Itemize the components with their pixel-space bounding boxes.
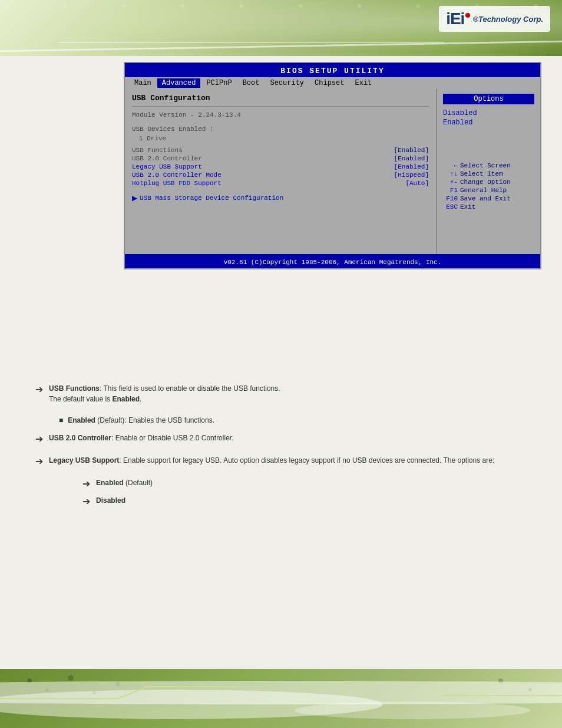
bios-nav-row: Main Advanced PCIPnP Boot Security Chips… xyxy=(125,77,540,89)
usb-devices-value: 1 Drive xyxy=(132,135,429,142)
menu-item-legacy-usb[interactable]: Legacy USB Support [Enabled] xyxy=(132,163,429,170)
arrow-item-1: ➔ USB Functions: This field is used to e… xyxy=(35,383,538,404)
nav-tab-security[interactable]: Security xyxy=(265,78,309,88)
section-title: USB Configuration xyxy=(132,94,429,103)
sub-arrow-text-1: Enabled (Default) xyxy=(96,477,153,488)
nav-tab-exit[interactable]: Exit xyxy=(350,78,376,88)
usb-devices-label: USB Devices Enabled : xyxy=(132,126,429,133)
bullet-1: ■ xyxy=(59,416,63,424)
key-select-screen: ← Select Screen xyxy=(443,162,534,169)
key-select-item: ↑↓ Select Item xyxy=(443,170,534,177)
usb20-controller-label: USB 2.0 Controller xyxy=(132,155,202,162)
usb-functions-value: [Enabled] xyxy=(394,147,429,154)
legacy-usb-value: [Enabled] xyxy=(394,163,429,170)
nav-tab-chipset[interactable]: Chipset xyxy=(310,78,349,88)
menu-item-usb20-controller[interactable]: USB 2.0 Controller [Enabled] xyxy=(132,155,429,162)
sub-arrow-1: ➔ Enabled (Default) xyxy=(82,477,538,489)
nav-tab-pcipnp[interactable]: PCIPnP xyxy=(201,78,236,88)
menu-item-hotplug-fdd[interactable]: Hotplug USB FDD Support [Auto] xyxy=(132,180,429,187)
option-enabled[interactable]: Enabled xyxy=(443,118,534,127)
keybindings: ← Select Screen ↑↓ Select Item +- Change… xyxy=(443,162,534,210)
key-esc: ESC Exit xyxy=(443,203,534,210)
key-select-item-label: Select Item xyxy=(460,170,503,177)
key-updown: ↑↓ xyxy=(443,170,458,177)
bios-left-panel: USB Configuration Module Version - 2.24.… xyxy=(125,89,437,254)
key-esc-key: ESC xyxy=(443,203,458,210)
usb20-mode-value: [HiSpeed] xyxy=(394,172,429,179)
key-change-option-label: Change Option xyxy=(460,179,511,186)
menu-item-usb20-mode[interactable]: USB 2.0 Controller Mode [HiSpeed] xyxy=(132,172,429,179)
key-plusminus: +- xyxy=(443,179,458,186)
bottom-footer xyxy=(0,669,562,728)
options-title: Options xyxy=(443,94,534,104)
hotplug-fdd-value: [Auto] xyxy=(405,180,429,187)
logo-dot xyxy=(465,13,470,18)
legacy-usb-label: Legacy USB Support xyxy=(132,163,202,170)
svg-point-1 xyxy=(295,701,530,719)
arrow-1: ➔ xyxy=(35,384,43,395)
sub-arrow-2: ➔ Disabled xyxy=(82,495,538,507)
arrow-text-1: USB Functions: This field is used to ena… xyxy=(49,383,280,404)
svg-point-7 xyxy=(498,678,503,683)
arrow-text-3: Legacy USB Support: Enable support for l… xyxy=(49,455,494,466)
footer-text: v02.61 (C)Copyright 1985-2006, American … xyxy=(224,259,442,266)
key-save-exit-label: Save and Exit xyxy=(460,195,511,202)
usb-functions-label: USB Functions xyxy=(132,147,183,154)
bullet-text-1: Enabled (Default): Enables the USB funct… xyxy=(68,415,214,426)
svg-point-2 xyxy=(27,678,32,683)
bios-title-bar: BIOS SETUP UTILITY xyxy=(125,63,540,77)
section-divider xyxy=(132,106,429,107)
arrow-item-2: ➔ USB 2.0 Controller: Enable or Disable … xyxy=(35,433,538,444)
usb-mass-storage-submenu[interactable]: ▶ USB Mass Storage Device Configuration xyxy=(132,194,429,202)
arrow-text-2: USB 2.0 Controller: Enable or Disable US… xyxy=(49,433,233,443)
logo-area: iEi ®Technology Corp. xyxy=(439,6,550,32)
sub-arrow-sym-1: ➔ xyxy=(82,478,90,489)
top-header: iEi ®Technology Corp. xyxy=(0,0,562,56)
svg-line-10 xyxy=(118,687,147,699)
content-body: ➔ USB Functions: This field is used to e… xyxy=(35,383,538,513)
bios-title: BIOS SETUP UTILITY xyxy=(280,67,384,75)
key-esc-label: Exit xyxy=(460,203,475,210)
nav-tab-main[interactable]: Main xyxy=(130,78,156,88)
usb20-mode-label: USB 2.0 Controller Mode xyxy=(132,172,222,179)
svg-point-8 xyxy=(528,688,532,691)
module-version: Module Version - 2.24.3-13.4 xyxy=(132,111,429,118)
sub-arrow-text-2: Disabled xyxy=(96,495,125,506)
svg-point-3 xyxy=(45,688,49,691)
nav-tab-advanced[interactable]: Advanced xyxy=(157,78,201,88)
logo-tagline: ®Technology Corp. xyxy=(472,15,543,24)
key-general-help-label: General Help xyxy=(460,187,507,194)
svg-point-4 xyxy=(68,675,74,681)
bullet-item-1: ■ Enabled (Default): Enables the USB fun… xyxy=(59,415,538,426)
key-arrow: ← xyxy=(443,162,458,169)
bios-right-panel: Options Disabled Enabled ← Select Screen… xyxy=(437,89,540,254)
key-general-help: F1 General Help xyxy=(443,187,534,194)
logo-iei: iEi xyxy=(446,9,464,28)
arrow-item-3: ➔ Legacy USB Support: Enable support for… xyxy=(35,455,538,467)
key-change-option: +- Change Option xyxy=(443,179,534,186)
arrow-3: ➔ xyxy=(35,456,43,467)
sub-arrow-sym-2: ➔ xyxy=(82,496,90,507)
key-select-screen-label: Select Screen xyxy=(460,162,511,169)
arrow-2: ➔ xyxy=(35,433,43,444)
hotplug-fdd-label: Hotplug USB FDD Support xyxy=(132,180,222,187)
bios-container: BIOS SETUP UTILITY Main Advanced PCIPnP … xyxy=(124,62,541,269)
nav-tab-boot[interactable]: Boot xyxy=(238,78,265,88)
bios-main: USB Configuration Module Version - 2.24.… xyxy=(125,89,540,254)
usb20-controller-value: [Enabled] xyxy=(394,155,429,162)
svg-point-6 xyxy=(115,681,120,686)
svg-point-5 xyxy=(92,691,96,694)
menu-item-usb-functions[interactable]: USB Functions [Enabled] xyxy=(132,147,429,154)
submenu-label: USB Mass Storage Device Configuration xyxy=(140,195,283,202)
top-stripe2 xyxy=(59,42,444,43)
key-f10: F10 xyxy=(443,195,458,202)
key-save-exit: F10 Save and Exit xyxy=(443,195,534,202)
option-disabled[interactable]: Disabled xyxy=(443,109,534,117)
submenu-arrow: ▶ xyxy=(132,194,137,202)
bios-footer: v02.61 (C)Copyright 1985-2006, American … xyxy=(125,254,540,268)
key-f1: F1 xyxy=(443,187,458,194)
